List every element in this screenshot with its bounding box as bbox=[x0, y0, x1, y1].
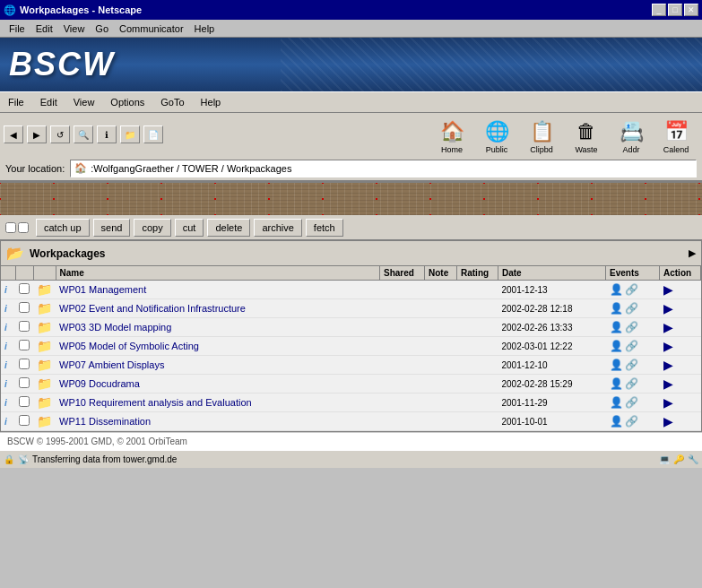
row-events[interactable]: 👤 🔗 bbox=[606, 393, 660, 412]
waste-nav-button[interactable]: 🗑 Waste bbox=[564, 117, 609, 156]
check-controls bbox=[5, 222, 29, 233]
row-checkbox[interactable] bbox=[19, 283, 30, 294]
row-action[interactable]: ▶ bbox=[660, 318, 701, 337]
window-controls[interactable]: _ □ ✕ bbox=[652, 4, 698, 16]
event-person-icon[interactable]: 👤 bbox=[610, 321, 623, 333]
row-action[interactable]: ▶ bbox=[660, 393, 701, 412]
row-checkbox[interactable] bbox=[19, 321, 30, 332]
event-person-icon[interactable]: 👤 bbox=[610, 377, 623, 390]
event-person-icon[interactable]: 👤 bbox=[610, 359, 623, 371]
fetch-button[interactable]: fetch bbox=[306, 219, 343, 237]
location-input[interactable]: 🏠 :WolfgangGraether / TOWER / Workpackag… bbox=[70, 160, 697, 177]
row-name[interactable]: WP07 Ambient Displays bbox=[56, 356, 380, 375]
menu-edit[interactable]: Edit bbox=[30, 22, 58, 35]
public-nav-button[interactable]: 🌐 Public bbox=[474, 117, 519, 156]
event-link-icon[interactable]: 🔗 bbox=[625, 377, 638, 390]
send-button[interactable]: send bbox=[93, 219, 131, 237]
row-checkbox[interactable] bbox=[19, 359, 30, 369]
row-checkbox-cell[interactable] bbox=[15, 318, 33, 337]
maximize-button[interactable]: □ bbox=[668, 4, 682, 16]
row-action[interactable]: ▶ bbox=[660, 356, 701, 375]
app-menu-edit[interactable]: Edit bbox=[32, 94, 65, 110]
new-button[interactable]: 📄 bbox=[143, 125, 163, 143]
row-checkbox-cell[interactable] bbox=[15, 281, 33, 299]
copy-button[interactable]: copy bbox=[134, 219, 170, 237]
menu-go[interactable]: Go bbox=[90, 22, 114, 35]
menu-file[interactable]: File bbox=[4, 22, 30, 35]
check-all-checkbox[interactable] bbox=[5, 222, 16, 233]
row-action[interactable]: ▶ bbox=[660, 299, 701, 318]
event-link-icon[interactable]: 🔗 bbox=[625, 340, 638, 352]
event-person-icon[interactable]: 👤 bbox=[610, 340, 623, 352]
row-checkbox[interactable] bbox=[19, 415, 30, 426]
row-action[interactable]: ▶ bbox=[660, 337, 701, 356]
row-checkbox-cell[interactable] bbox=[15, 393, 33, 412]
catchup-button[interactable]: catch up bbox=[36, 219, 90, 237]
app-menu-goto[interactable]: GoTo bbox=[152, 94, 192, 110]
search-button[interactable]: 🔍 bbox=[74, 125, 93, 143]
event-link-icon[interactable]: 🔗 bbox=[625, 283, 638, 296]
row-name[interactable]: WP01 Management bbox=[56, 281, 380, 299]
row-events[interactable]: 👤 🔗 bbox=[606, 412, 660, 431]
row-checkbox-cell[interactable] bbox=[15, 375, 33, 393]
event-link-icon[interactable]: 🔗 bbox=[625, 321, 638, 333]
delete-button[interactable]: delete bbox=[207, 219, 250, 237]
row-checkbox[interactable] bbox=[19, 377, 30, 388]
event-person-icon[interactable]: 👤 bbox=[610, 415, 623, 428]
reload-button[interactable]: ↺ bbox=[50, 125, 70, 143]
row-name[interactable]: WP03 3D Model mapping bbox=[56, 318, 380, 337]
menu-communicator[interactable]: Communicator bbox=[114, 22, 189, 35]
folder-nav-arrow[interactable]: ▶ bbox=[689, 247, 696, 259]
row-name[interactable]: WP10 Requirement analysis and Evaluation bbox=[56, 393, 380, 412]
row-checkbox[interactable] bbox=[19, 302, 30, 313]
folder-button[interactable]: 📁 bbox=[120, 125, 140, 143]
col-events: Events bbox=[606, 266, 660, 281]
clipbd-nav-button[interactable]: 📋 Clipbd bbox=[519, 117, 564, 156]
event-link-icon[interactable]: 🔗 bbox=[625, 396, 638, 409]
row-checkbox-cell[interactable] bbox=[15, 412, 33, 431]
row-note bbox=[425, 337, 457, 356]
event-person-icon[interactable]: 👤 bbox=[610, 283, 623, 296]
menu-view[interactable]: View bbox=[58, 22, 91, 35]
event-link-icon[interactable]: 🔗 bbox=[625, 415, 638, 428]
app-menu-view[interactable]: View bbox=[65, 94, 103, 110]
app-menu-options[interactable]: Options bbox=[102, 94, 152, 110]
archive-button[interactable]: archive bbox=[254, 219, 301, 237]
event-person-icon[interactable]: 👤 bbox=[610, 302, 623, 315]
waste-icon: 🗑 bbox=[571, 118, 602, 145]
row-name[interactable]: WP11 Dissemination bbox=[56, 412, 380, 431]
row-action[interactable]: ▶ bbox=[660, 281, 701, 299]
row-name[interactable]: WP09 Docudrama bbox=[56, 375, 380, 393]
addr-nav-button[interactable]: 📇 Addr bbox=[609, 117, 654, 156]
row-events[interactable]: 👤 🔗 bbox=[606, 281, 660, 299]
app-menu-help[interactable]: Help bbox=[193, 94, 230, 110]
row-name[interactable]: WP02 Event and Notification Infrastructu… bbox=[56, 299, 380, 318]
row-events[interactable]: 👤 🔗 bbox=[606, 337, 660, 356]
row-checkbox-cell[interactable] bbox=[15, 299, 33, 318]
minimize-button[interactable]: _ bbox=[652, 4, 666, 16]
row-events[interactable]: 👤 🔗 bbox=[606, 356, 660, 375]
row-events[interactable]: 👤 🔗 bbox=[606, 318, 660, 337]
info-button[interactable]: ℹ bbox=[97, 125, 117, 143]
row-name[interactable]: WP05 Model of Symbolic Acting bbox=[56, 337, 380, 356]
row-checkbox-cell[interactable] bbox=[15, 356, 33, 375]
app-menu-file[interactable]: File bbox=[0, 94, 32, 110]
event-person-icon[interactable]: 👤 bbox=[610, 396, 623, 409]
row-action[interactable]: ▶ bbox=[660, 412, 701, 431]
menu-help[interactable]: Help bbox=[189, 22, 221, 35]
forward-button[interactable]: ▶ bbox=[27, 125, 47, 143]
row-events[interactable]: 👤 🔗 bbox=[606, 299, 660, 318]
row-checkbox[interactable] bbox=[19, 340, 30, 350]
calend-nav-button[interactable]: 📅 Calend bbox=[654, 117, 698, 156]
uncheck-all-checkbox[interactable] bbox=[18, 222, 29, 233]
row-checkbox[interactable] bbox=[19, 396, 30, 407]
close-button[interactable]: ✕ bbox=[684, 4, 698, 16]
row-checkbox-cell[interactable] bbox=[15, 337, 33, 356]
event-link-icon[interactable]: 🔗 bbox=[625, 359, 638, 371]
row-action[interactable]: ▶ bbox=[660, 375, 701, 393]
back-button[interactable]: ◀ bbox=[4, 125, 23, 143]
event-link-icon[interactable]: 🔗 bbox=[625, 302, 638, 315]
row-events[interactable]: 👤 🔗 bbox=[606, 375, 660, 393]
home-nav-button[interactable]: 🏠 Home bbox=[429, 117, 474, 156]
cut-button[interactable]: cut bbox=[175, 219, 204, 237]
